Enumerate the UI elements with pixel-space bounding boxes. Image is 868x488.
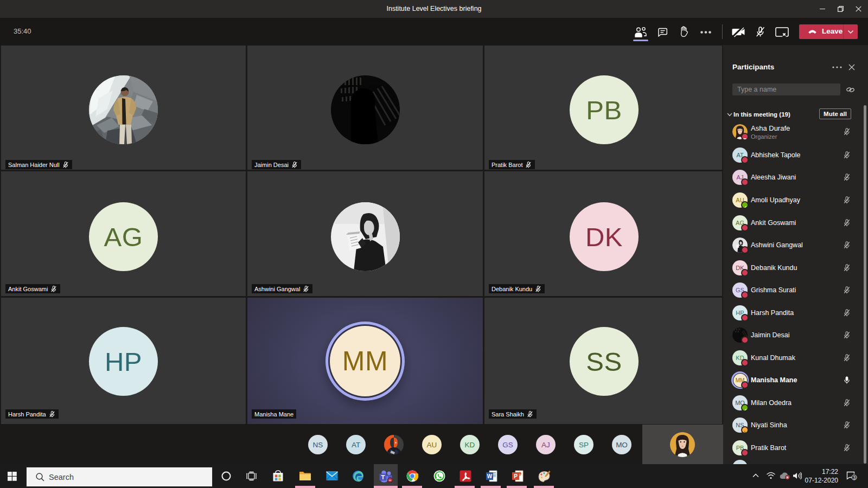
svg-text:P: P [514, 473, 518, 479]
svg-text:3: 3 [853, 475, 856, 480]
svg-text:W: W [487, 473, 493, 479]
